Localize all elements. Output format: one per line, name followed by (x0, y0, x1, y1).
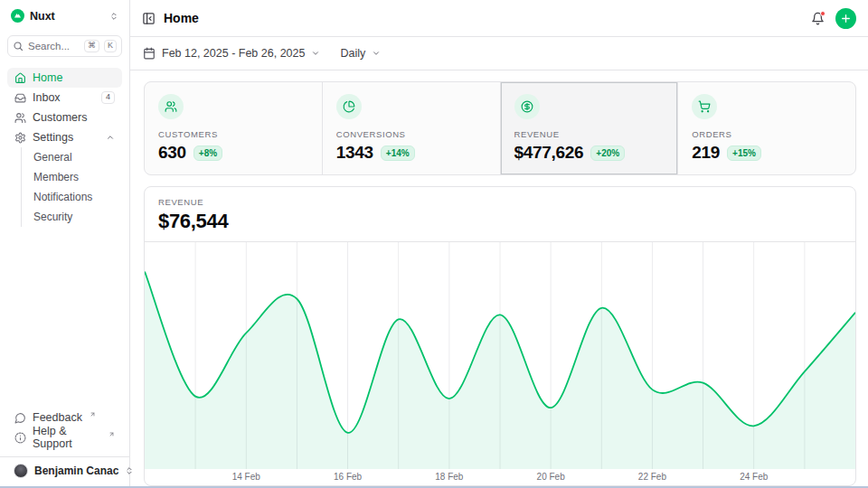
subnav-label: Members (33, 171, 79, 183)
sidebar-item-label: Help & Support (33, 425, 101, 450)
chart-metric-label: REVENUE (158, 197, 842, 207)
workspace-name: Nuxt (30, 10, 55, 23)
page-content: CUSTOMERS 630 +8% CONVERSIONS 1343 +14% (130, 70, 868, 486)
stats-grid: CUSTOMERS 630 +8% CONVERSIONS 1343 +14% (144, 81, 856, 175)
period-label: Daily (340, 47, 365, 60)
add-button[interactable] (835, 8, 856, 29)
sidebar-item-members[interactable]: Members (22, 167, 122, 187)
stat-card-customers[interactable]: CUSTOMERS 630 +8% (145, 82, 322, 174)
calendar-icon (143, 47, 156, 60)
stat-label: REVENUE (514, 129, 665, 139)
sidebar-item-home[interactable]: Home (7, 68, 122, 88)
sidebar-item-label: Feedback (33, 411, 82, 424)
nuxt-logo-icon (11, 9, 24, 23)
stat-label: ORDERS (692, 129, 842, 139)
arrow-up-right-icon (108, 431, 115, 437)
arrow-up-right-icon (90, 411, 96, 418)
shopping-cart-icon (692, 94, 717, 119)
period-select[interactable]: Daily (340, 47, 381, 60)
chevrons-up-down-icon (109, 12, 118, 21)
stat-value: 630 (158, 143, 186, 163)
inbox-icon (14, 92, 26, 104)
stat-value: $477,626 (514, 143, 584, 163)
stat-delta-badge: +14% (381, 145, 415, 161)
stat-label: CONVERSIONS (336, 129, 486, 139)
settings-subnav: General Members Notifications Security (21, 147, 122, 227)
stat-card-conversions[interactable]: CONVERSIONS 1343 +14% (323, 82, 500, 174)
kbd-k: K (104, 40, 117, 52)
subnav-label: Notifications (33, 191, 92, 203)
chart-plot: 14 Feb16 Feb18 Feb20 Feb22 Feb24 Feb (145, 241, 855, 485)
page-title: Home (164, 11, 199, 25)
gear-icon (14, 132, 26, 144)
chevron-down-icon (311, 49, 320, 58)
revenue-chart-card: REVENUE $76,544 14 Feb16 Feb18 Feb20 Feb… (144, 186, 856, 486)
chevron-up-icon (106, 133, 115, 142)
info-icon (14, 432, 26, 444)
sidebar-spacer (7, 227, 122, 408)
stat-value: 219 (692, 143, 720, 163)
sidebar-nav: Home Inbox 4 Customers Settings (7, 68, 122, 227)
workspace-switcher[interactable]: Nuxt (7, 7, 122, 24)
sidebar-item-notifications[interactable]: Notifications (22, 187, 122, 207)
panel-left-close-icon (142, 12, 156, 25)
sidebar-item-label: Inbox (33, 91, 61, 104)
circle-dollar-icon (514, 94, 540, 119)
sidebar-footer-nav: Feedback Help & Support (7, 408, 122, 447)
chart-area[interactable] (145, 242, 855, 469)
notifications-button[interactable] (811, 12, 825, 25)
date-range-label: Feb 12, 2025 - Feb 26, 2025 (162, 47, 305, 60)
x-axis-tick-label: 24 Feb (740, 472, 768, 482)
kbd-meta: ⌘ (84, 40, 99, 52)
user-menu[interactable]: Benjamin Canac (0, 456, 129, 486)
plus-icon (840, 13, 852, 24)
avatar (14, 464, 28, 478)
stat-card-orders[interactable]: ORDERS 219 +15% (678, 82, 855, 174)
user-name: Benjamin Canac (34, 465, 118, 477)
revenue-area-chart (145, 242, 855, 469)
stat-delta-badge: +15% (727, 145, 761, 161)
header-actions (811, 8, 856, 29)
stat-card-revenue[interactable]: REVENUE $477,626 +20% (501, 82, 678, 174)
sidebar-item-label: Home (33, 71, 62, 84)
stat-delta-badge: +20% (590, 145, 625, 161)
main-area: Home Feb 12, (130, 0, 868, 486)
x-axis-ticks: 14 Feb16 Feb18 Feb20 Feb22 Feb24 Feb (145, 469, 855, 485)
sidebar-item-label: Customers (33, 111, 87, 124)
chart-pie-icon (336, 94, 362, 119)
subnav-label: Security (33, 211, 72, 223)
stat-label: CUSTOMERS (158, 129, 308, 139)
collapse-sidebar-button[interactable] (142, 12, 156, 25)
chart-header: REVENUE $76,544 (145, 187, 855, 241)
x-axis-tick-label: 16 Feb (334, 472, 362, 482)
sidebar-item-help-support[interactable]: Help & Support (7, 427, 122, 447)
users-icon (14, 112, 26, 124)
dashboard-app: Nuxt Search... ⌘ K Home (0, 0, 868, 486)
sidebar: Nuxt Search... ⌘ K Home (0, 0, 130, 486)
search-placeholder: Search... (28, 41, 80, 52)
search-icon (13, 41, 24, 52)
x-axis-tick-label: 14 Feb (232, 472, 260, 482)
chevron-down-icon (372, 49, 381, 58)
stat-value: 1343 (336, 143, 373, 163)
users-icon (158, 94, 184, 119)
notification-dot (820, 11, 826, 16)
sidebar-item-customers[interactable]: Customers (7, 108, 122, 127)
message-circle-icon (14, 412, 26, 424)
x-axis-tick-label: 22 Feb (638, 472, 666, 482)
subnav-label: General (33, 151, 72, 164)
search-input[interactable]: Search... ⌘ K (7, 35, 122, 57)
x-axis-tick-label: 18 Feb (435, 472, 463, 482)
sidebar-item-settings[interactable]: Settings (7, 127, 122, 147)
home-icon (14, 72, 26, 84)
sidebar-item-label: Settings (33, 131, 73, 144)
filters-toolbar: Feb 12, 2025 - Feb 26, 2025 Daily (130, 37, 868, 70)
inbox-count-badge: 4 (101, 91, 115, 104)
stat-delta-badge: +8% (193, 145, 222, 161)
sidebar-item-general[interactable]: General (22, 147, 122, 167)
sidebar-item-inbox[interactable]: Inbox 4 (7, 88, 122, 108)
x-axis-tick-label: 20 Feb (537, 472, 565, 482)
date-range-picker[interactable]: Feb 12, 2025 - Feb 26, 2025 (143, 47, 320, 60)
chart-metric-value: $76,544 (158, 210, 842, 233)
sidebar-item-security[interactable]: Security (22, 207, 122, 227)
